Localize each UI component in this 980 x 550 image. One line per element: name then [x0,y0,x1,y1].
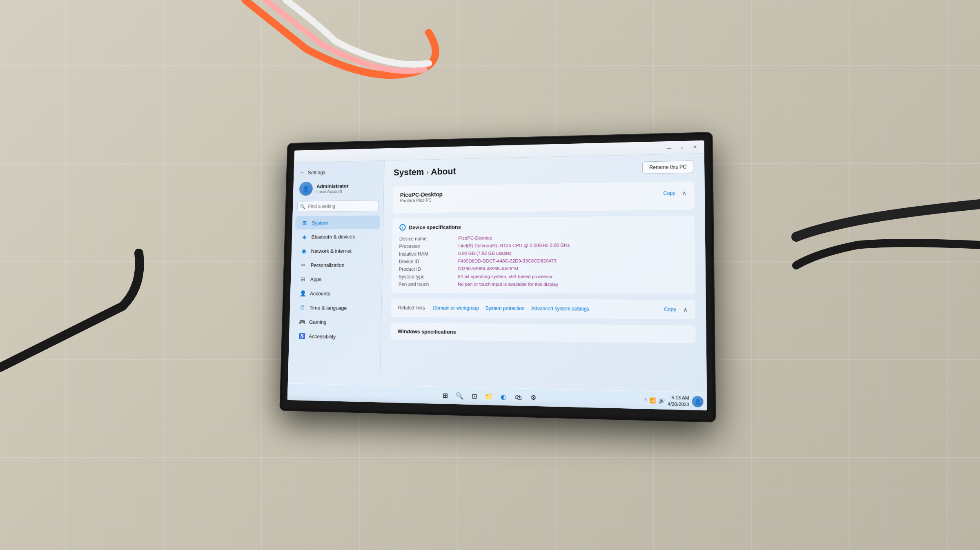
spec-row-pen-touch: Pen and touch No pen or touch input is a… [399,281,688,287]
taskbar-search-button[interactable]: 🔍 [452,388,466,403]
tray-network-icon[interactable]: 📶 [649,397,656,403]
accessibility-icon: ♿ [298,332,305,340]
spec-value-product-id: 00330-53966-48966-AAOEM [458,266,687,272]
breadcrumb-current: About [431,166,456,177]
related-link-advanced[interactable]: Advanced system settings [531,305,589,312]
device-header: PicoPC-Desktop Pantera Pico PC Copy ∧ [400,187,686,203]
sidebar-item-time[interactable]: ⏱ Time & language [293,301,378,314]
user-section[interactable]: 👤 Administrator Local Account [293,176,384,201]
specs-table: Device name PicoPC-Desktop Processor Int… [399,234,688,287]
spec-row-ram: Installed RAM 8.00 GB (7.82 GB usable) [399,250,687,257]
device-specs-section: i Device specifications Device name Pico… [391,215,695,294]
sidebar-item-accessibility-label: Accessibility [309,333,336,339]
related-collapse-button[interactable]: ∧ [683,306,688,313]
tray-volume-icon[interactable]: 🔊 [659,397,665,403]
collapse-button[interactable]: ∧ [682,189,687,196]
sidebar: ← Settings 👤 Administrator Local Account [288,160,385,385]
sidebar-item-system[interactable]: ⊞ System [295,215,380,229]
breadcrumb: System › About [394,166,456,178]
settings-back[interactable]: ← Settings [294,165,384,178]
personalization-icon: ✏ [300,261,307,268]
device-name-section: PicoPC-Desktop Pantera Pico PC [400,191,443,203]
taskbar-fileexplorer-button[interactable]: 📁 [482,389,496,403]
system-tray: ^ 📶 🔊 5:13 AM 4/20/2023 👤 [644,394,704,407]
tray-time-value: 5:13 AM [668,394,689,401]
taskbar-settings-button[interactable]: ⚙ [526,390,541,405]
spec-value-system-type: 64-bit operating system, x64-based proce… [458,274,687,279]
sidebar-item-apps[interactable]: ⊟ Apps [294,272,379,286]
search-box: 🔍 [297,200,379,212]
bluetooth-icon: ◈ [301,233,308,240]
related-links-list: Related links Domain or workgroup System… [398,305,589,312]
spec-label-product-id: Product ID [399,266,454,272]
spec-label-device-name: Device name [399,236,454,242]
rename-this-pc-button[interactable]: Rename this PC [642,160,694,174]
accounts-icon: 👤 [299,289,306,296]
related-links-header: Related links Domain or workgroup System… [398,303,688,314]
minimize-button[interactable]: — [663,143,675,152]
main-content: System › About Rename this PC PicoPC-Des… [380,154,707,392]
sidebar-item-personalization-label: Personalization [311,262,345,268]
taskbar-store-button[interactable]: 🛍 [511,390,526,405]
avatar: 👤 [299,181,313,196]
user-type: Local Account [316,188,349,194]
settings-container: ← Settings 👤 Administrator Local Account [288,154,707,392]
page-header: System › About Rename this PC [394,160,694,178]
tray-clock[interactable]: 5:13 AM 4/20/2023 [668,394,689,407]
related-link-domain[interactable]: Domain or workgroup [433,305,479,311]
spec-value-device-name: PicoPC-Desktop [458,234,687,241]
sidebar-item-time-label: Time & language [310,304,347,310]
monitor-screen: — ○ ✕ ← Settings 👤 [287,140,707,410]
sidebar-item-bluetooth[interactable]: ◈ Bluetooth & devices [295,229,380,243]
tray-chevron-icon[interactable]: ^ [644,397,647,403]
user-name: Administrator [316,183,349,189]
windows-specs-title: Windows specifications [398,328,456,335]
user-info: Administrator Local Account [316,183,349,194]
spec-label-processor: Processor [399,243,454,249]
sidebar-item-accessibility[interactable]: ♿ Accessibility [292,329,378,344]
taskbar-taskview-button[interactable]: ⊡ [467,389,481,403]
spec-value-ram: 8.00 GB (7.82 GB usable) [458,250,687,256]
sidebar-item-gaming[interactable]: 🎮 Gaming [292,315,378,329]
sidebar-item-gaming-label: Gaming [309,318,327,325]
copy-button[interactable]: Copy [660,188,679,198]
tray-user-avatar[interactable]: 👤 [692,395,703,407]
breadcrumb-separator: › [426,168,429,176]
taskbar-center: ⊞ 🔍 ⊡ 📁 ◐ 🛍 ⚙ [438,388,541,405]
spec-row-device-name: Device name PicoPC-Desktop [399,234,687,241]
search-icon: 🔍 [300,204,305,209]
spec-value-pen-touch: No pen or touch input is available for t… [458,281,687,287]
sidebar-item-network[interactable]: ◉ Network & internet [294,244,379,258]
related-link-protection[interactable]: System protection [486,305,525,311]
time-icon: ⏱ [299,304,306,311]
taskbar-start-button[interactable]: ⊞ [438,388,452,403]
apps-icon: ⊟ [300,275,307,282]
title-bar-buttons: — ○ ✕ [663,142,701,152]
avatar-icon: 👤 [302,185,310,192]
spec-row-system-type: System type 64-bit operating system, x64… [399,274,687,279]
network-icon: ◉ [301,247,307,254]
system-icon: ⊞ [301,219,308,226]
spec-label-system-type: System type [399,274,454,280]
tray-date-value: 4/20/2023 [668,401,689,407]
close-button[interactable]: ✕ [688,142,701,151]
spec-row-processor: Processor Intel(R) Celeron(R) J4125 CPU … [399,242,687,249]
related-copy-button[interactable]: Copy [661,305,680,314]
monitor-wrapper: — ○ ✕ ← Settings 👤 [215,68,793,490]
related-links-label: Related links [398,305,425,310]
sidebar-item-system-label: System [312,219,328,225]
related-links-section: Related links Domain or workgroup System… [391,298,695,319]
device-model: Pantera Pico PC [400,197,442,203]
monitor-outer: — ○ ✕ ← Settings 👤 [280,133,715,421]
sidebar-item-personalization[interactable]: ✏ Personalization [294,258,379,272]
maximize-button[interactable]: ○ [676,143,688,152]
taskbar-edge-button[interactable]: ◐ [497,390,511,404]
spec-label-ram: Installed RAM [399,251,454,256]
spec-row-product-id: Product ID 00330-53966-48966-AAOEM [399,266,687,272]
spec-label-device-id: Device ID [399,258,454,264]
sidebar-item-apps-label: Apps [310,276,322,282]
search-input[interactable] [297,200,379,212]
spec-label-pen-touch: Pen and touch [399,281,454,287]
sidebar-item-accounts[interactable]: 👤 Accounts [293,286,379,300]
device-hostname: PicoPC-Desktop [400,191,443,198]
